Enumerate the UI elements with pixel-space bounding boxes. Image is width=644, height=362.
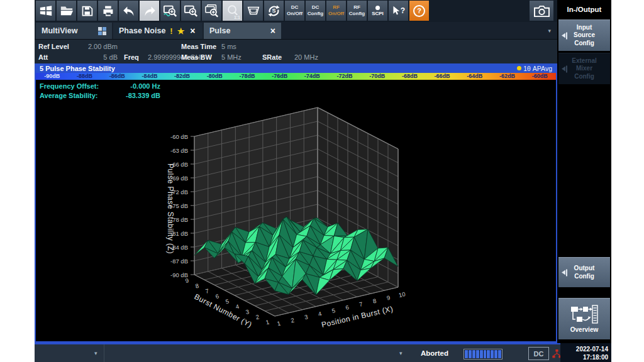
freq-label: Freq [124, 53, 139, 61]
close-tab-icon[interactable]: × [270, 26, 275, 36]
ref-level-label: Ref Level [38, 43, 69, 50]
close-tab-icon[interactable]: × [190, 26, 195, 36]
colorbar-label: -72dB [328, 73, 361, 80]
save-icon [80, 4, 94, 18]
undo-button[interactable] [119, 1, 138, 21]
svg-text:9: 9 [386, 294, 391, 302]
sidebar-header: In-/Output [557, 0, 611, 19]
rf-config-button[interactable]: RF Config [347, 1, 367, 21]
open-button[interactable] [57, 1, 76, 21]
input-source-config-button[interactable]: Input Source Config [558, 19, 610, 51]
output-config-button[interactable]: Output Config [558, 257, 610, 287]
trace-color-dot-icon [517, 66, 521, 70]
message-dropdown-caret-icon[interactable]: ▾ [399, 350, 402, 356]
pulse-phase-stability-window: 5 Pulse Phase Stability 1θ APAvg -90dB-8… [35, 63, 557, 343]
redo-arrow-icon [143, 4, 157, 18]
context-help-glyph: ? [401, 6, 405, 15]
colorbar-label: -64dB [458, 73, 491, 80]
print-button[interactable] [98, 1, 118, 21]
svg-text:2: 2 [290, 317, 295, 324]
print-icon [101, 4, 114, 18]
tab-phase-noise[interactable]: Phase Noise ! ★ × [113, 23, 203, 39]
avg-stability-label: Average Stability: [40, 91, 116, 101]
zoom-display-button[interactable] [181, 1, 201, 21]
window-title: 5 Pulse Phase Stability [40, 65, 115, 72]
svg-text:1: 1 [265, 319, 270, 326]
zoom-trace-icon [163, 4, 178, 18]
freq-offset-label: Frequency Offset: [40, 82, 116, 91]
softkey-sidebar: In-/Output Input Source Config External … [557, 0, 611, 343]
colorbar-label: -76dB [264, 73, 296, 80]
split-display-button[interactable] [243, 1, 263, 21]
datetime-display: 2022-07-14 17:18:00 [560, 343, 611, 362]
svg-text:4: 4 [235, 303, 240, 310]
help-icon: ? [413, 5, 425, 17]
display-frame-icon [246, 4, 261, 18]
screenshot-button[interactable] [530, 1, 553, 21]
zoom-trace-button[interactable] [160, 1, 180, 21]
rf-onoff-button[interactable]: RF On/Off [326, 1, 346, 21]
svg-text:3: 3 [245, 308, 250, 315]
colorbar-label: -80dB [198, 73, 231, 80]
measurement-progress-bar [464, 349, 502, 359]
svg-text:5: 5 [225, 298, 230, 305]
help-button[interactable]: ? [409, 1, 429, 21]
svg-text:6: 6 [345, 304, 350, 311]
svg-text:Pulse Phase Stability (Z): Pulse Phase Stability (Z) [166, 163, 175, 254]
overview-button[interactable]: Overview [558, 298, 610, 339]
trace-label: 1θ APAvg [523, 65, 552, 72]
ref-level-value: 2.00 dBm [79, 43, 118, 50]
svg-text:8: 8 [194, 282, 199, 290]
channel-settings-bar[interactable]: Ref Level 2.00 dBm Att 5 dB Freq 2.99999… [35, 39, 557, 63]
time: 17:18:00 [560, 353, 608, 362]
tab-pulse[interactable]: Pulse × [204, 23, 281, 39]
context-help-button[interactable]: ? [389, 1, 408, 21]
save-button[interactable] [77, 1, 97, 21]
svg-text:4: 4 [318, 310, 323, 317]
colorbar-label: -84dB [133, 73, 166, 80]
tab-multiview[interactable]: MultiView [36, 23, 112, 39]
svg-text:-87 dB: -87 dB [170, 258, 188, 265]
tab-overflow-caret[interactable]: ▾ [548, 28, 551, 34]
status-bar: ▾ ▾ Aborted DC 2022-07-14 17:18:00 [35, 343, 611, 362]
srate-label: SRate [262, 53, 282, 61]
svg-text:10: 10 [398, 290, 406, 299]
surface-3d-plot[interactable]: -60 dB-63 dB-66 dB-69 dB-72 dB-75 dB-78 … [36, 80, 556, 341]
channel-tab-bar: MultiView Phase Noise ! ★ × Pulse × ▾ [35, 22, 557, 39]
windows-start-button[interactable] [36, 1, 55, 21]
svg-text:8: 8 [372, 297, 377, 305]
freq-offset-value: -0.000 Hz [116, 82, 160, 91]
redo-button [140, 1, 159, 21]
date: 2022-07-14 [560, 345, 608, 354]
meas-time-label: Meas Time [181, 43, 216, 50]
stability-color-scale: -90dB-88dB-86dB-84dB-82dB-80dB-78dB-76dB… [36, 73, 556, 80]
dc-indicator: DC [528, 347, 549, 360]
collapse-arrow-icon [562, 269, 567, 276]
refresh-s-label: S [272, 8, 275, 14]
svg-text:7: 7 [204, 287, 209, 295]
single-sweep-refresh-button[interactable]: S [264, 1, 284, 21]
multi-zoom-button[interactable] [202, 1, 221, 21]
camera-icon [533, 4, 550, 18]
svg-text:9: 9 [184, 277, 189, 285]
dc-config-button[interactable]: DC Config [306, 1, 325, 21]
svg-text:1: 1 [276, 320, 281, 327]
window-title-bar[interactable]: 5 Pulse Phase Stability 1θ APAvg [36, 63, 556, 73]
scpi-button[interactable]: SCPI [368, 1, 387, 21]
external-mixer-config-button: External Mixer Config [558, 53, 610, 84]
att-label: Att [38, 53, 48, 61]
colorbar-label: -66dB [426, 73, 458, 80]
srate-value: 20 MHz [294, 53, 318, 61]
colorbar-label: -88dB [69, 73, 101, 80]
colorbar-label: -60dB [523, 73, 556, 80]
dropdown-caret-icon[interactable]: ▾ [94, 350, 97, 356]
undo-arrow-icon [122, 4, 136, 18]
scpi-label: SCPI [372, 11, 384, 16]
zoom-display-icon [184, 4, 199, 18]
svg-text:3: 3 [304, 313, 309, 321]
sequencer-dropdown[interactable]: ▾ [35, 344, 104, 362]
collapse-arrow-icon [562, 32, 567, 39]
dc-onoff-button[interactable]: DC On/Off [285, 1, 304, 21]
svg-text:7: 7 [358, 300, 364, 308]
surface-plot-area[interactable]: Frequency Offset: -0.000 Hz Average Stab… [36, 80, 556, 341]
